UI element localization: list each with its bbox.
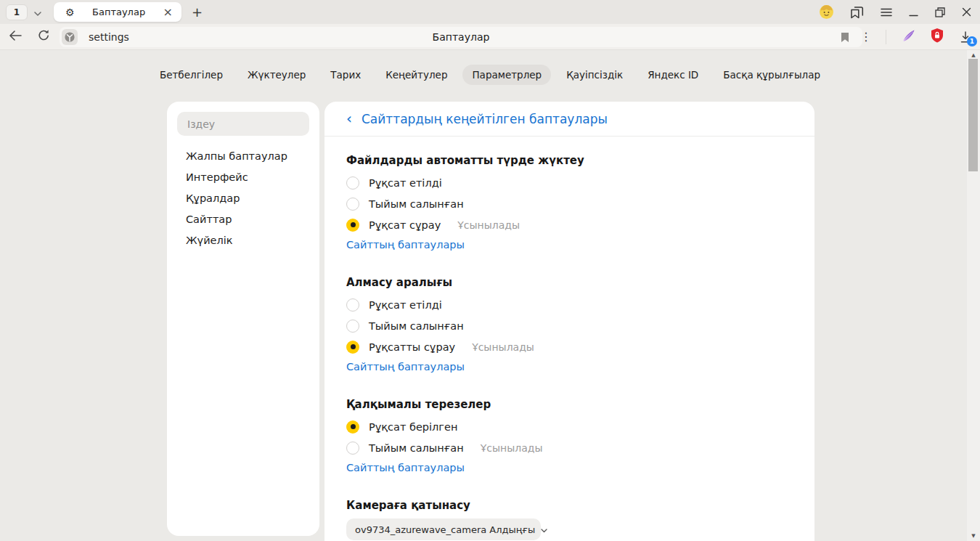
url-text[interactable]: settings bbox=[89, 31, 129, 43]
option-label: Рұқсат сұрау bbox=[369, 219, 441, 231]
close-tab-icon[interactable]: × bbox=[163, 7, 173, 18]
new-tab-button[interactable]: + bbox=[192, 6, 203, 19]
scroll-down-icon[interactable]: ▼ bbox=[967, 533, 980, 539]
radio-selected-icon[interactable] bbox=[346, 341, 359, 354]
radio-option[interactable]: Тыйым салынған Ұсынылады bbox=[346, 437, 793, 458]
option-label: Рұқсатты сұрау bbox=[369, 341, 455, 353]
sidebar-item-general[interactable]: Жалпы баптаулар bbox=[167, 146, 319, 167]
page-scrollbar[interactable]: ▲ ▼ bbox=[967, 50, 980, 541]
radio-option[interactable]: Тыйым салынған bbox=[346, 315, 793, 336]
back-button[interactable] bbox=[9, 30, 22, 44]
option-label: Рұқсат берілген bbox=[369, 421, 457, 433]
section-title: Камераға қатынасу bbox=[346, 499, 793, 512]
scrollbar-thumb[interactable] bbox=[968, 59, 978, 171]
extension-feather-icon[interactable] bbox=[900, 28, 916, 46]
section-clipboard: Алмасу аралығы Рұқсат етілді Тыйым салын… bbox=[346, 276, 793, 373]
sidebar-item-interface[interactable]: Интерфейс bbox=[167, 167, 319, 188]
radio-option[interactable]: Рұқсат етілді bbox=[346, 172, 793, 193]
radio-unselected-icon[interactable] bbox=[346, 298, 359, 312]
bookmark-flag-icon[interactable] bbox=[841, 32, 849, 46]
settings-sidebar: Жалпы баптаулар Интерфейс Құралдар Сайтт… bbox=[167, 102, 319, 536]
window-minimize-button[interactable] bbox=[909, 8, 918, 17]
tab-bar: 1 ⚙ Баптаулар × + bbox=[0, 0, 980, 24]
radio-option[interactable]: Рұқсат берілген bbox=[346, 416, 793, 437]
window-close-button[interactable] bbox=[962, 7, 971, 17]
section-popups: Қалқымалы терезелер Рұқсат берілген Тыйы… bbox=[346, 398, 793, 474]
downloads-button[interactable]: 1 bbox=[958, 30, 973, 44]
option-label: Тыйым салынған bbox=[369, 442, 464, 454]
protect-shield-icon[interactable] bbox=[930, 28, 944, 46]
reload-button[interactable] bbox=[38, 29, 50, 44]
nav-tab-extensions[interactable]: Кеңейтулер bbox=[376, 65, 457, 85]
radio-selected-icon[interactable] bbox=[346, 219, 359, 232]
menu-hamburger-icon[interactable] bbox=[881, 8, 892, 17]
browser-window: 1 ⚙ Баптаулар × + bbox=[0, 0, 980, 541]
nav-tab-security[interactable]: Қауіпсіздік bbox=[557, 65, 632, 85]
nav-tab-settings[interactable]: Параметрлер bbox=[462, 65, 551, 85]
site-settings-link[interactable]: Сайттың баптаулары bbox=[346, 361, 465, 373]
tab-title: Баптаулар bbox=[75, 7, 163, 17]
radio-option[interactable]: Тыйым салынған bbox=[346, 193, 793, 214]
radio-option[interactable]: Рұқсат сұрау Ұсынылады bbox=[346, 214, 793, 235]
nav-tab-bookmarks[interactable]: Бетбелгілер bbox=[150, 65, 232, 85]
profile-avatar[interactable] bbox=[820, 5, 833, 19]
address-toolbar: settings Баптаулар ⋮ 1 bbox=[0, 24, 980, 50]
bookmarks-panel-icon[interactable] bbox=[850, 6, 864, 19]
section-title: Файлдарды автоматты түрде жүктеу bbox=[346, 154, 793, 167]
nav-tab-downloads[interactable]: Жүктеулер bbox=[238, 65, 315, 85]
nav-tab-other-devices[interactable]: Басқа құрылғылар bbox=[714, 65, 830, 85]
camera-device-dropdown[interactable]: ov9734_azurewave_camera Алдыңғы bbox=[346, 518, 541, 540]
option-label: Тыйым салынған bbox=[369, 320, 464, 332]
radio-selected-icon[interactable] bbox=[346, 420, 359, 434]
option-label: Тыйым салынған bbox=[369, 198, 464, 210]
download-count-badge: 1 bbox=[967, 36, 977, 46]
page-title[interactable]: Сайттардың кеңейтілген баптаулары bbox=[362, 112, 608, 126]
camera-device-value: ov9734_azurewave_camera Алдыңғы bbox=[355, 524, 535, 535]
radio-option[interactable]: Рұқсат етілді bbox=[346, 294, 793, 315]
window-restore-button[interactable] bbox=[935, 7, 945, 17]
settings-page: Бетбелгілер Жүктеулер Тарих Кеңейтулер П… bbox=[0, 50, 980, 541]
sidebar-item-tools[interactable]: Құралдар bbox=[167, 188, 319, 209]
section-camera-access: Камераға қатынасу ov9734_azurewave_camer… bbox=[346, 499, 793, 540]
sidebar-search-input[interactable] bbox=[177, 112, 309, 136]
back-header[interactable]: ‹ Сайттардың кеңейтілген баптаулары bbox=[324, 102, 814, 137]
site-settings-link[interactable]: Сайттың баптаулары bbox=[346, 239, 465, 251]
sidebar-item-system[interactable]: Жүйелік bbox=[167, 230, 319, 251]
scroll-up-icon[interactable]: ▲ bbox=[967, 52, 980, 58]
radio-unselected-icon[interactable] bbox=[346, 176, 359, 190]
url-bar[interactable]: settings Баптаулар bbox=[60, 27, 862, 47]
chevron-down-icon bbox=[541, 524, 547, 535]
recommended-note: Ұсынылады bbox=[457, 219, 520, 231]
advanced-site-settings-panel: ‹ Сайттардың кеңейтілген баптаулары Файл… bbox=[324, 102, 814, 541]
section-title: Қалқымалы терезелер bbox=[346, 398, 793, 411]
browser-tab-settings[interactable]: ⚙ Баптаулар × bbox=[54, 2, 181, 22]
recommended-note: Ұсынылады bbox=[472, 341, 534, 353]
option-label: Рұқсат етілді bbox=[369, 299, 442, 311]
settings-nav-tabs: Бетбелгілер Жүктеулер Тарих Кеңейтулер П… bbox=[0, 50, 980, 85]
toolbar-divider bbox=[886, 30, 886, 44]
radio-unselected-icon[interactable] bbox=[346, 442, 359, 455]
page-title-in-urlbar: Баптаулар bbox=[60, 31, 862, 43]
site-settings-link[interactable]: Сайттың баптаулары bbox=[346, 462, 465, 473]
sidebar-item-sites[interactable]: Сайттар bbox=[167, 209, 319, 230]
section-title: Алмасу аралығы bbox=[346, 276, 793, 289]
tab-counter-button[interactable]: 1 bbox=[6, 4, 28, 20]
option-label: Рұқсат етілді bbox=[369, 177, 442, 189]
gear-icon: ⚙ bbox=[65, 7, 75, 17]
radio-unselected-icon[interactable] bbox=[346, 320, 359, 333]
nav-tab-history[interactable]: Тарих bbox=[321, 65, 370, 85]
back-chevron-icon[interactable]: ‹ bbox=[346, 111, 352, 127]
recommended-note: Ұсынылады bbox=[481, 442, 543, 454]
radio-option[interactable]: Рұқсатты сұрау Ұсынылады bbox=[346, 336, 793, 357]
section-auto-downloads: Файлдарды автоматты түрде жүктеу Рұқсат … bbox=[346, 154, 793, 251]
chevron-down-icon bbox=[34, 5, 41, 19]
radio-unselected-icon[interactable] bbox=[346, 198, 359, 211]
nav-tab-yandex-id[interactable]: Яндекс ID bbox=[638, 65, 708, 85]
tab-list-chevron-button[interactable] bbox=[28, 4, 48, 20]
